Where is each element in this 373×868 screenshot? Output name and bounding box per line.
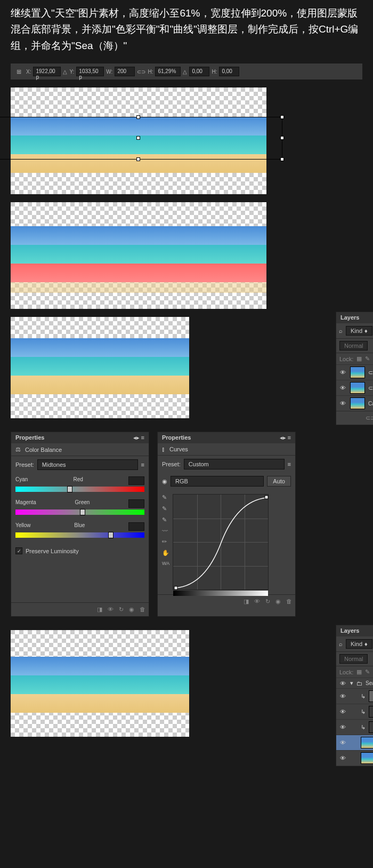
eye-icon[interactable]: 👁 — [254, 598, 260, 605]
clip-icon[interactable]: ◨ — [244, 598, 249, 605]
trash-icon[interactable]: 🗑 — [286, 598, 292, 605]
angle-label: △ — [183, 69, 187, 75]
eye-icon[interactable]: 👁 — [338, 755, 347, 761]
link-icon[interactable]: ⊂⊃ — [366, 415, 373, 421]
filter-kind[interactable]: Kind♦ — [346, 639, 372, 649]
trash-icon[interactable]: 🗑 — [140, 606, 145, 613]
anchor-icon[interactable]: ⊞ — [13, 66, 24, 77]
instruction-text: 继续置入"天空"图片素材，高度缩小至61%，宽度拉伸到200%，使用图层蒙版混合… — [0, 0, 373, 59]
hand-icon[interactable]: ✋ — [162, 550, 169, 556]
search-icon[interactable]: ⌕ — [339, 328, 343, 334]
curve-graph[interactable] — [173, 494, 269, 590]
x-label: X: — [26, 69, 31, 75]
lock-pixel-icon[interactable]: ▦ — [356, 355, 362, 362]
blend-mode[interactable]: Normal — [339, 341, 368, 351]
panel-close-icon[interactable]: ◂▸ ≡ — [133, 434, 144, 441]
eye-icon[interactable]: 👁 — [338, 400, 347, 407]
h2-input[interactable]: 0,00 — [219, 67, 239, 76]
yellow-blue-slider[interactable] — [15, 532, 144, 538]
eye-icon[interactable]: 👁 — [338, 739, 347, 746]
h2-label: H: — [212, 69, 217, 75]
filter-kind[interactable]: Kind♦ — [346, 326, 372, 336]
clip-icon[interactable]: ◨ — [97, 606, 102, 613]
angle-input[interactable]: 0,00 — [189, 67, 209, 76]
curve-edit-icon[interactable]: 〰 — [162, 528, 169, 534]
color-balance-panel: Properties◂▸ ≡ ⚖Color Balance Preset: Mi… — [11, 432, 149, 617]
wa-icon[interactable]: WA — [162, 561, 169, 566]
balance-icon: ⚖ — [15, 446, 21, 453]
layer-row[interactable]: 👁⊂Calque 14 — [336, 735, 373, 750]
layer-row[interactable]: 👁Calque 13 — [336, 395, 373, 411]
eye-icon[interactable]: 👁 — [338, 385, 347, 391]
cyan-red-slider[interactable] — [15, 487, 144, 492]
eye-icon[interactable]: 👁 — [338, 708, 347, 715]
reset-icon[interactable]: ↻ — [265, 598, 270, 605]
clip-icon: ↳ — [361, 708, 366, 715]
link-icon[interactable]: ⊂⊃ — [137, 69, 145, 75]
canvas-2[interactable] — [11, 202, 266, 309]
layer-row[interactable]: 👁Calque 13 — [336, 766, 373, 766]
reset-icon[interactable]: ↻ — [119, 606, 124, 613]
h-label: H: — [148, 69, 153, 75]
layer-row[interactable]: 👁↳⫿Curves — [336, 704, 373, 719]
link-icon: ⊂ — [368, 385, 373, 392]
pencil-icon[interactable]: ✏ — [162, 538, 169, 545]
transform-bounds[interactable] — [0, 117, 282, 160]
canvas-4[interactable] — [11, 630, 189, 737]
preset-menu-icon[interactable]: ≡ — [141, 461, 144, 468]
eye-icon[interactable]: 👁 — [338, 680, 347, 687]
layer-row[interactable]: 👁↳⚖Color Balance — [336, 719, 373, 735]
x-input[interactable]: 1922,00 p — [33, 67, 61, 76]
cb-val-3[interactable] — [128, 522, 144, 531]
w-label: W: — [106, 69, 112, 75]
layer-row[interactable]: 👁↳Calque 18 — [336, 688, 373, 704]
preset-select[interactable]: Custom — [184, 459, 285, 469]
layer-row[interactable]: 👁⊂Calque 13 co... — [336, 380, 373, 395]
eye-icon[interactable]: 👁 — [108, 606, 113, 613]
w-input[interactable]: 200 — [115, 67, 135, 76]
lock-brush-icon[interactable]: ✎ — [365, 668, 370, 675]
lock-label: Lock: — [339, 669, 353, 675]
preset-select[interactable]: Midtones — [37, 459, 138, 470]
link-icon: ⊂ — [368, 369, 373, 376]
svg-rect-1 — [265, 496, 268, 499]
auto-button[interactable]: Auto — [267, 476, 291, 487]
blend-mode[interactable]: Normal — [339, 654, 368, 664]
layers-tab[interactable]: Layers — [340, 627, 359, 634]
eye-icon[interactable]: 👁 — [338, 369, 347, 376]
canvas-3[interactable] — [11, 317, 189, 418]
cb-name: Color Balance — [25, 447, 62, 453]
lock-pixel-icon[interactable]: ▦ — [356, 668, 362, 675]
expand-icon[interactable]: ▾ — [350, 680, 353, 687]
preserve-checkbox[interactable]: ✓ — [15, 547, 22, 554]
eyedropper-gray-icon[interactable]: ✎ — [162, 505, 169, 512]
curves-name: Curves — [169, 446, 188, 452]
layers-tab[interactable]: Layers — [340, 314, 359, 321]
layers-panel-1: Layers▾≡ ⌕ Kind♦ ▦ ◐ T ◻ ◫ Normal Opacit… — [336, 312, 373, 425]
prev-icon[interactable]: ◉ — [275, 598, 281, 605]
eye-icon[interactable]: 👁 — [338, 724, 347, 730]
channel-icon[interactable]: ◉ — [162, 478, 167, 485]
cb-val-1[interactable] — [128, 476, 144, 485]
canvas-1[interactable] — [11, 87, 266, 194]
properties-tab[interactable]: Properties — [15, 434, 44, 441]
preset-menu-icon[interactable]: ≡ — [288, 461, 291, 467]
eyedropper-white-icon[interactable]: ✎ — [162, 516, 169, 523]
preset-label: Preset: — [162, 461, 181, 467]
eyedropper-black-icon[interactable]: ✎ — [162, 494, 169, 501]
channel-select[interactable]: RGB — [171, 476, 264, 487]
layer-row[interactable]: 👁⊂Calque 14 — [336, 364, 373, 380]
layer-row[interactable]: 👁⊂Calque 13... — [336, 750, 373, 766]
y-label: Y: — [69, 69, 74, 75]
magenta-green-slider[interactable] — [15, 509, 144, 515]
h-input[interactable]: 61,29% — [155, 67, 181, 76]
lock-brush-icon[interactable]: ✎ — [365, 355, 370, 362]
y-input[interactable]: 1033,50 p — [76, 67, 104, 76]
properties-tab[interactable]: Properties — [162, 434, 191, 441]
search-icon[interactable]: ⌕ — [339, 641, 343, 647]
eye-icon[interactable]: 👁 — [338, 693, 347, 699]
cb-val-2[interactable] — [128, 499, 144, 508]
panel-close-icon[interactable]: ◂▸ ≡ — [280, 434, 291, 441]
prev-icon[interactable]: ◉ — [129, 606, 134, 613]
layer-group[interactable]: 👁▾🗀Sea — [336, 678, 373, 688]
